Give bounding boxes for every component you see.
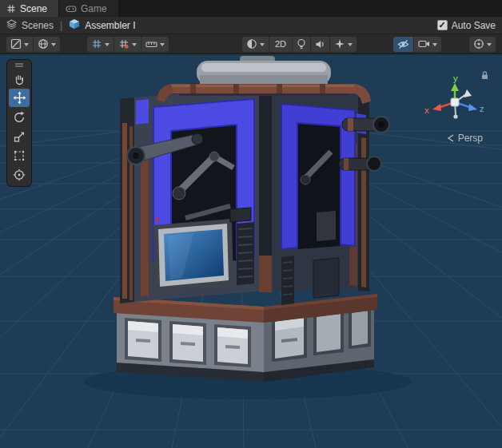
breadcrumb: Scenes | Assembler I ✓ Auto Save [0, 17, 502, 34]
axis-gizmo[interactable]: y x z [422, 75, 488, 128]
snap-increment-dropdown[interactable] [141, 37, 169, 52]
scenes-stack-icon [6, 19, 17, 32]
dropdown-caret [24, 43, 29, 46]
transform-icon [13, 168, 26, 181]
2d-toggle[interactable]: 2D [269, 37, 293, 52]
dropdown-caret [260, 43, 265, 46]
persp-chevron-icon [447, 134, 455, 142]
lightbulb-icon [297, 38, 306, 50]
grid-visibility-dropdown[interactable] [87, 37, 114, 52]
machine-base [114, 294, 377, 382]
sparkle-icon [334, 38, 345, 50]
lighting-toggle[interactable] [293, 37, 311, 52]
dropdown-caret [487, 43, 492, 46]
ruler-icon [145, 39, 157, 50]
skybox-dropdown[interactable] [34, 37, 60, 52]
draw-mode-icon [10, 38, 22, 50]
tab-game-label: Game [81, 3, 107, 14]
effects-dropdown[interactable] [330, 37, 357, 52]
eye-slash-icon [397, 39, 409, 50]
gizmos-dropdown[interactable] [469, 37, 496, 52]
tools-overlay [6, 59, 32, 187]
axis-x-label: x [424, 105, 429, 115]
unity-scene-view: Scene Game Scenes | [0, 0, 502, 448]
dropdown-caret [160, 43, 165, 46]
scale-icon [13, 130, 26, 143]
camera-icon [418, 39, 430, 49]
tab-strip: Scene Game [0, 0, 502, 17]
dropdown-caret [132, 43, 137, 46]
tab-scene-label: Scene [20, 3, 47, 14]
auto-save-checkbox[interactable]: ✓ [437, 20, 448, 30]
orientation-gizmo[interactable]: y x z Persp [417, 69, 491, 142]
hand-icon [13, 73, 26, 85]
scene-tab-icon [6, 4, 16, 14]
breadcrumb-root[interactable]: Scenes [22, 20, 54, 31]
projection-toggle[interactable]: Persp [447, 133, 483, 144]
draw-mode-dropdown[interactable] [6, 37, 34, 52]
prefab-cube-icon [69, 18, 80, 32]
rect-tool[interactable] [9, 146, 30, 165]
breadcrumb-separator: | [58, 20, 64, 31]
tab-scene[interactable]: Scene [0, 0, 59, 17]
dropdown-caret [432, 43, 437, 46]
breadcrumb-current: Assembler I [85, 20, 135, 31]
2d-toggle-label: 2D [273, 39, 288, 49]
snap-grid-dropdown[interactable] [114, 37, 141, 52]
auto-save-label: Auto Save [452, 20, 496, 31]
scale-tool[interactable] [9, 127, 30, 145]
rotate-tool[interactable] [9, 108, 30, 126]
view-tool[interactable] [9, 69, 30, 88]
dropdown-caret [105, 43, 110, 46]
snap-grid-icon [118, 38, 129, 50]
rect-icon [13, 149, 26, 162]
projection-label: Persp [458, 133, 483, 144]
grid-icon [91, 38, 102, 50]
rotate-icon [13, 111, 26, 124]
render-mode-dropdown[interactable] [242, 37, 269, 52]
speaker-icon [315, 39, 325, 50]
scene-viewport[interactable]: y x z Persp [0, 54, 502, 448]
scene-toolbar: 2D [0, 34, 502, 54]
gizmos-icon [473, 38, 484, 50]
auto-save-control: ✓ Auto Save [437, 20, 496, 31]
overlay-drag-handle[interactable] [13, 61, 26, 69]
transform-tool[interactable] [9, 165, 30, 184]
camera-dropdown[interactable] [414, 37, 441, 52]
move-icon [13, 91, 26, 105]
shaded-sphere-icon [246, 38, 257, 50]
game-tab-icon [66, 5, 77, 13]
scene-visibility-toggle[interactable] [393, 37, 414, 52]
dropdown-caret [51, 43, 56, 46]
tab-game[interactable]: Game [59, 0, 119, 17]
audio-toggle[interactable] [311, 37, 330, 52]
dropdown-caret [348, 43, 353, 46]
axis-y-label: y [453, 75, 458, 83]
move-tool[interactable] [9, 89, 30, 107]
skybox-globe-icon [38, 38, 49, 50]
axis-z-label: z [480, 104, 484, 113]
assembler-model[interactable] [84, 56, 412, 399]
